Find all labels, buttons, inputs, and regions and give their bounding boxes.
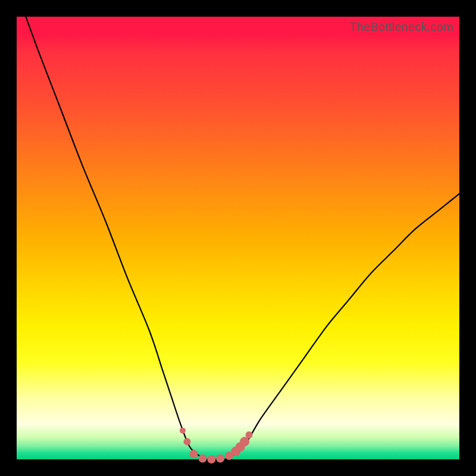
plot-area: TheBottleneck.com xyxy=(17,17,459,459)
highlight-markers xyxy=(180,428,253,464)
chart-container: TheBottleneck.com xyxy=(0,0,476,476)
highlight-marker xyxy=(180,428,186,434)
highlight-marker xyxy=(198,455,206,463)
highlight-marker xyxy=(183,438,190,445)
bottleneck-curve xyxy=(17,17,459,459)
highlight-marker xyxy=(246,431,253,439)
highlight-marker xyxy=(207,455,215,464)
highlight-marker xyxy=(216,455,224,463)
curve-line xyxy=(21,4,459,460)
highlight-marker xyxy=(190,450,198,458)
